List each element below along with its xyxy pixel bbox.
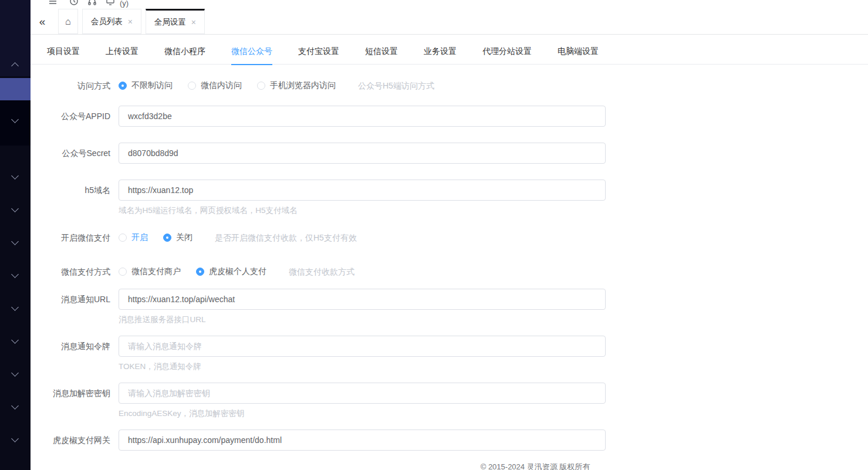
sidebar-item[interactable] xyxy=(0,300,31,315)
menu-icon[interactable] xyxy=(48,0,59,6)
access-mode-radio-group: 不限制访问 微信内访问 手机浏览器内访问 公众号H5端访问方式 xyxy=(119,80,434,92)
radio-icon xyxy=(119,268,127,276)
tab-alipay-settings[interactable]: 支付宝设置 xyxy=(298,38,339,65)
form-row-aes-key: 消息加解密密钥 EncodingAESKey，消息加解密密钥 xyxy=(31,383,868,419)
collapse-sidebar-button[interactable]: « xyxy=(31,9,54,34)
hupijiao-gateway-input[interactable] xyxy=(119,430,606,451)
sidebar-item[interactable] xyxy=(0,169,31,183)
form-row-secret: 公众号Secret xyxy=(31,143,868,164)
chevron-down-icon xyxy=(11,336,19,344)
form-row-notify-url: 消息通知URL 消息推送服务器接口URL xyxy=(31,289,868,325)
tab-upload-settings[interactable]: 上传设置 xyxy=(106,38,139,65)
notify-token-input[interactable] xyxy=(119,336,606,357)
chevron-down-icon xyxy=(11,172,19,180)
settings-content: 项目设置 上传设置 微信小程序 微信公众号 支付宝设置 短信设置 业务设置 代理… xyxy=(31,38,868,451)
headset-icon[interactable] xyxy=(87,0,98,6)
chevron-down-icon xyxy=(11,238,19,245)
form-label: 微信支付方式 xyxy=(31,266,119,278)
radio-icon xyxy=(119,82,127,90)
radio-unrestricted-access[interactable]: 不限制访问 xyxy=(119,80,173,91)
radio-hupijiao-personal[interactable]: 虎皮椒个人支付 xyxy=(196,266,266,277)
appid-input[interactable] xyxy=(119,106,606,127)
tab-label: 全局设置 xyxy=(154,17,186,28)
close-icon[interactable]: × xyxy=(191,18,196,26)
sidebar-item[interactable] xyxy=(0,268,31,282)
sidebar-item-expanded[interactable] xyxy=(0,58,31,72)
wxpay-toggle-radio-group: 开启 关闭 是否开启微信支付收款，仅H5支付有效 xyxy=(119,232,357,244)
field-hint: 消息推送服务器接口URL xyxy=(119,315,606,325)
form-row-h5-domain: h5域名 域名为H5端运行域名，网页授权域名，H5支付域名 xyxy=(31,180,868,216)
form-row-hupijiao-gateway: 虎皮椒支付网关 xyxy=(31,430,868,451)
notify-url-input[interactable] xyxy=(119,289,606,310)
form-label: 公众号APPID xyxy=(31,106,119,127)
field-hint: TOKEN，消息通知令牌 xyxy=(119,361,606,372)
form-row-appid: 公众号APPID xyxy=(31,106,868,127)
top-toolbar: (y) xyxy=(31,0,868,9)
tab-member-list[interactable]: 会员列表 × xyxy=(82,9,141,34)
home-tab[interactable]: ⌂ xyxy=(58,9,78,34)
radio-icon xyxy=(163,234,171,242)
radio-mobile-browser-access[interactable]: 手机浏览器内访问 xyxy=(257,80,336,91)
sidebar-item[interactable] xyxy=(0,202,31,216)
secret-input[interactable] xyxy=(119,143,606,164)
tab-pc-settings[interactable]: 电脑端设置 xyxy=(558,38,599,65)
chevron-down-icon xyxy=(11,402,19,410)
copyright-footer: © 2015-2024 灵汛资源 版权所有 xyxy=(31,462,868,470)
form-row-wxpay-method: 微信支付方式 微信支付商户 虎皮椒个人支付 微信支付收款方式 xyxy=(31,266,868,278)
user-menu[interactable]: (y) xyxy=(120,0,129,8)
radio-wxpay-off[interactable]: 关闭 xyxy=(163,232,192,243)
close-icon[interactable]: × xyxy=(128,18,133,26)
field-hint: 微信支付收款方式 xyxy=(289,266,354,278)
chevron-down-icon xyxy=(11,116,19,123)
field-hint: 是否开启微信支付收款，仅H5支付有效 xyxy=(215,232,357,244)
chevron-down-icon xyxy=(11,205,19,212)
form-label: 消息通知URL xyxy=(31,289,119,310)
sidebar-item[interactable] xyxy=(0,432,31,446)
tab-project-settings[interactable]: 项目设置 xyxy=(47,38,80,65)
sidebar-item[interactable] xyxy=(0,399,31,413)
home-icon: ⌂ xyxy=(65,16,71,27)
field-hint: 公众号H5端访问方式 xyxy=(358,80,434,92)
app-root: (y) « ⌂ 会员列表 × 全局设置 × 项目设置 上传设置 微信小程序 xyxy=(0,0,868,470)
sidebar-item[interactable] xyxy=(0,366,31,380)
wxpay-method-radio-group: 微信支付商户 虎皮椒个人支付 微信支付收款方式 xyxy=(119,266,354,278)
settings-tabs: 项目设置 上传设置 微信小程序 微信公众号 支付宝设置 短信设置 业务设置 代理… xyxy=(31,38,868,65)
tab-business-settings[interactable]: 业务设置 xyxy=(424,38,457,65)
radio-wechat-only-access[interactable]: 微信内访问 xyxy=(188,80,242,91)
radio-icon xyxy=(196,268,204,276)
sidebar xyxy=(0,0,31,470)
sidebar-item[interactable] xyxy=(0,333,31,347)
form-label: 访问方式 xyxy=(31,80,119,92)
form-label: 消息加解密密钥 xyxy=(31,383,119,404)
tab-wechat-miniprogram[interactable]: 微信小程序 xyxy=(164,38,205,65)
monitor-icon[interactable] xyxy=(106,0,116,6)
main-panel: (y) « ⌂ 会员列表 × 全局设置 × 项目设置 上传设置 微信小程序 xyxy=(31,0,868,470)
radio-wechat-merchant[interactable]: 微信支付商户 xyxy=(119,266,181,277)
encoding-aes-key-input[interactable] xyxy=(119,383,606,404)
sidebar-item[interactable] xyxy=(0,113,31,127)
page-tabs-bar: « ⌂ 会员列表 × 全局设置 × xyxy=(31,9,868,35)
tab-label: 会员列表 xyxy=(91,16,123,27)
settings-form: 访问方式 不限制访问 微信内访问 xyxy=(31,65,868,451)
form-label: 虎皮椒支付网关 xyxy=(31,430,119,451)
tab-agent-substation-settings[interactable]: 代理分站设置 xyxy=(482,38,532,65)
radio-icon xyxy=(257,82,265,90)
sidebar-item[interactable] xyxy=(0,235,31,249)
sidebar-active-item[interactable] xyxy=(0,78,31,100)
tab-global-settings[interactable]: 全局设置 × xyxy=(146,9,205,34)
tab-wechat-official-account[interactable]: 微信公众号 xyxy=(231,38,272,65)
chevron-down-icon xyxy=(11,369,19,377)
chevron-down-icon xyxy=(11,270,19,278)
radio-icon xyxy=(188,82,196,90)
chevron-down-icon xyxy=(11,435,19,442)
clock-icon[interactable] xyxy=(69,0,80,6)
radio-wxpay-on[interactable]: 开启 xyxy=(119,232,148,243)
h5-domain-input[interactable] xyxy=(119,180,606,201)
tab-sms-settings[interactable]: 短信设置 xyxy=(365,38,398,65)
field-hint: EncodingAESKey，消息加解密密钥 xyxy=(119,408,606,419)
form-label: h5域名 xyxy=(31,180,119,201)
chevron-up-icon xyxy=(11,62,19,70)
field-hint: 域名为H5端运行域名，网页授权域名，H5支付域名 xyxy=(119,205,606,216)
form-row-notify-token: 消息通知令牌 TOKEN，消息通知令牌 xyxy=(31,336,868,372)
radio-icon xyxy=(119,234,127,242)
